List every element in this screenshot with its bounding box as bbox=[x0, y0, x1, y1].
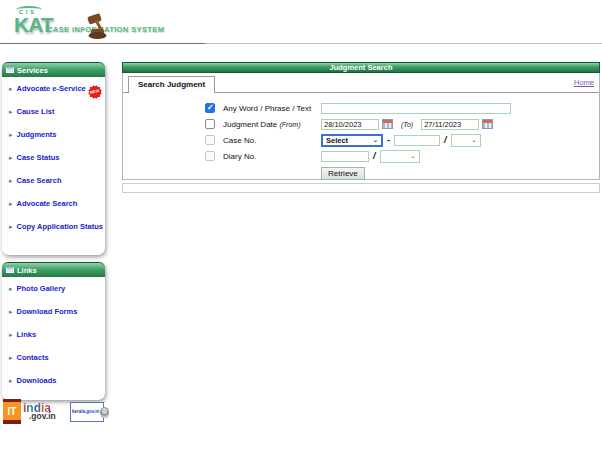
arrow-bullet-icon: ▸ bbox=[9, 308, 13, 315]
sidebar-item-label: Download Forms bbox=[17, 307, 78, 316]
arrow-bullet-icon: ▸ bbox=[9, 377, 13, 384]
diary-year-select[interactable]: ⌄ bbox=[380, 150, 420, 163]
arrow-bullet-icon: ▸ bbox=[9, 354, 13, 361]
sidebar-item-label: Downloads bbox=[17, 376, 57, 385]
any-word-checkbox[interactable]: ✓ bbox=[205, 103, 215, 113]
diary-no-checkbox[interactable]: ✓ bbox=[205, 151, 215, 161]
india-logo-subtext: .gov.in bbox=[29, 412, 68, 421]
chevron-down-icon: ⌄ bbox=[410, 153, 415, 159]
from-hint: (From) bbox=[280, 121, 301, 128]
judgment-date-label-text: Judgment Date bbox=[223, 120, 277, 129]
chevron-down-icon: ⌄ bbox=[471, 137, 476, 143]
kerala-emblem-icon bbox=[100, 407, 109, 418]
slash-separator: / bbox=[444, 135, 447, 145]
links-panel-title: Links bbox=[17, 266, 37, 275]
tab-row: Search Judgment Home bbox=[123, 73, 599, 93]
calendar-icon[interactable] bbox=[382, 119, 393, 129]
gavel-icon bbox=[85, 12, 111, 40]
tab-search-judgment[interactable]: Search Judgment bbox=[128, 76, 215, 93]
arrow-bullet-icon: ▸ bbox=[9, 131, 13, 138]
sidebar-item-case-status[interactable]: ▸ Case Status bbox=[2, 146, 105, 169]
any-word-input[interactable] bbox=[321, 103, 511, 114]
kerala-logo-text: kerala.gov.in bbox=[72, 410, 99, 415]
case-year-select[interactable]: ⌄ bbox=[451, 134, 481, 147]
app-header: CIS KAT Case Information System bbox=[0, 0, 602, 44]
sidebar-item-label: Contacts bbox=[17, 353, 49, 362]
sidebar-item-contacts[interactable]: ▸ Contacts bbox=[2, 346, 105, 369]
arrow-bullet-icon: ▸ bbox=[9, 85, 13, 92]
panel-footer-strip bbox=[122, 183, 600, 193]
sidebar-item-cause-list[interactable]: ▸ Cause List bbox=[2, 100, 105, 123]
judgment-search-panel: Search Judgment Home ✓ Any Word / Phrase… bbox=[122, 73, 600, 180]
retrieve-row: Retrieve bbox=[123, 165, 599, 181]
sidebar-item-copy-application-status[interactable]: ▸ Copy Application Status bbox=[2, 215, 105, 238]
window-icon bbox=[6, 267, 14, 273]
sidebar-item-advocate-search[interactable]: ▸ Advocate Search bbox=[2, 192, 105, 215]
retrieve-button[interactable]: Retrieve bbox=[321, 167, 365, 180]
judgment-date-from-input[interactable] bbox=[321, 119, 379, 130]
links-panel: Links ▸ Photo Gallery ▸ Download Forms ▸… bbox=[2, 262, 105, 400]
diary-no-label: Diary No. bbox=[223, 152, 321, 161]
case-no-row: ✓ Case No. Select ⌄ - / ⌄ bbox=[123, 132, 599, 148]
sidebar-item-label: Photo Gallery bbox=[17, 284, 66, 293]
sidebar-item-label: Judgments bbox=[17, 130, 57, 139]
judgment-date-checkbox[interactable]: ✓ bbox=[205, 119, 215, 129]
case-type-selected-value: Select bbox=[326, 136, 348, 145]
judgment-date-to-input[interactable] bbox=[421, 119, 479, 130]
arrow-bullet-icon: ▸ bbox=[9, 331, 13, 338]
arrow-bullet-icon: ▸ bbox=[9, 108, 13, 115]
header-divider-dark bbox=[0, 43, 205, 44]
diary-number-input[interactable] bbox=[321, 151, 369, 162]
judgment-date-label: Judgment Date (From) bbox=[223, 120, 321, 129]
diary-no-row: ✓ Diary No. / ⌄ bbox=[123, 148, 599, 164]
window-icon bbox=[6, 67, 14, 73]
judgment-date-row: ✓ Judgment Date (From) (To) bbox=[123, 116, 599, 132]
services-panel-header: Services bbox=[2, 62, 105, 77]
kerala-gov-in-logo[interactable]: kerala.gov.in bbox=[70, 402, 104, 422]
sidebar-item-label: Links bbox=[17, 330, 37, 339]
new-badge-starburst: NEW bbox=[87, 84, 102, 99]
chevron-down-icon: ⌄ bbox=[373, 137, 378, 143]
arrow-bullet-icon: ▸ bbox=[9, 177, 13, 184]
calendar-icon[interactable] bbox=[482, 119, 493, 129]
dash-separator: - bbox=[387, 135, 390, 145]
kerala-it-mission-logo[interactable]: IT bbox=[3, 399, 21, 424]
sidebar-item-label: Case Search bbox=[17, 176, 62, 185]
to-hint: (To) bbox=[401, 121, 413, 128]
case-type-select[interactable]: Select ⌄ bbox=[321, 134, 383, 147]
sidebar-item-label: Copy Application Status bbox=[17, 222, 103, 231]
india-gov-in-logo[interactable]: india .gov.in bbox=[23, 399, 68, 424]
sidebar-item-label: Cause List bbox=[17, 107, 55, 116]
sidebar-item-judgments[interactable]: ▸ Judgments bbox=[2, 123, 105, 146]
case-information-system-page: CIS KAT Case Information System Services… bbox=[0, 0, 602, 471]
any-word-row: ✓ Any Word / Phrase / Text bbox=[123, 100, 599, 116]
judgment-search-title-bar: Judgment Search bbox=[122, 62, 600, 73]
sidebar-item-label: Advocate Search bbox=[17, 199, 78, 208]
sidebar-item-label: Case Status bbox=[17, 153, 60, 162]
sidebar-item-label: Advocate e-Service bbox=[17, 84, 86, 93]
arrow-bullet-icon: ▸ bbox=[9, 200, 13, 207]
arrow-bullet-icon: ▸ bbox=[9, 223, 13, 230]
judgment-search-form: ✓ Any Word / Phrase / Text ✓ Judgment Da… bbox=[123, 93, 599, 181]
sidebar-item-downloads[interactable]: ▸ Downloads bbox=[2, 369, 105, 392]
arrow-bullet-icon: ▸ bbox=[9, 154, 13, 161]
arrow-bullet-icon: ▸ bbox=[9, 285, 13, 292]
it-logo-text: IT bbox=[8, 406, 17, 417]
sidebar-item-links[interactable]: ▸ Links bbox=[2, 323, 105, 346]
services-panel-title: Services bbox=[17, 66, 48, 75]
slash-separator: / bbox=[373, 151, 376, 161]
sidebar-item-photo-gallery[interactable]: ▸ Photo Gallery bbox=[2, 277, 105, 300]
checkmark-icon: ✓ bbox=[207, 103, 214, 112]
links-panel-header: Links bbox=[2, 262, 105, 277]
case-no-label: Case No. bbox=[223, 136, 321, 145]
case-no-checkbox[interactable]: ✓ bbox=[205, 135, 215, 145]
any-word-label: Any Word / Phrase / Text bbox=[223, 104, 321, 113]
case-number-input[interactable] bbox=[394, 135, 440, 146]
sidebar-item-case-search[interactable]: ▸ Case Search bbox=[2, 169, 105, 192]
sidebar-item-download-forms[interactable]: ▸ Download Forms bbox=[2, 300, 105, 323]
home-link[interactable]: Home bbox=[574, 78, 594, 87]
